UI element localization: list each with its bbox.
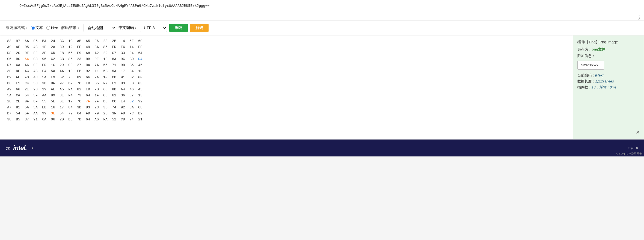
hex-cell: 14 — [119, 38, 126, 44]
hex-cell: D9 — [67, 81, 74, 87]
ad-label: 广告 — [628, 146, 634, 150]
right-panel: 插件【Png】Png Image 另存为：png文件 附加信息： Size:36… — [573, 35, 644, 139]
hex-cell: ED — [41, 62, 48, 68]
ad-dot — [32, 147, 33, 149]
hex-cell: B5 — [14, 117, 22, 123]
hex-cell: AA — [32, 111, 39, 117]
hex-cell: 23 — [76, 56, 83, 62]
hex-cell: 29 — [58, 62, 65, 68]
hex-cell: C2 — [128, 75, 135, 81]
hex-cell: B0 — [128, 56, 135, 62]
hex-cell: 2B — [111, 38, 118, 44]
hex-cell: 9C — [119, 56, 126, 62]
hex-cell: B5 — [128, 62, 135, 68]
data-length-row: 数据长度：1,213 Bytes — [577, 79, 639, 84]
hex-cell: DE — [67, 117, 74, 123]
hex-cell: 39 — [58, 44, 65, 50]
base64-textarea[interactable]: CwIscAeBFjgDwIkcAeJEjALzIEQBe5AgAL3IEgBc… — [0, 0, 644, 19]
hex-cell: CC — [111, 99, 118, 105]
bottom-bar: 云 intel. 广告 ✕ CSDN | 小荣学网安 — [0, 140, 644, 156]
hex-cell: B6 — [6, 81, 13, 87]
hex-cell: D7 — [6, 62, 13, 68]
utf-select[interactable]: UTF-8 GBK — [140, 24, 167, 32]
hex-cell: F8 — [58, 50, 65, 56]
hex-cell: 89 — [76, 75, 83, 81]
resize-handle[interactable]: ⟆ — [638, 15, 643, 19]
hex-cell: 92 — [137, 99, 144, 105]
hex-cell: 0F — [32, 62, 39, 68]
hex-cell: 45 — [137, 87, 144, 93]
table-row: D7545FAA993E547264FDF92B3FFDFCB2 — [6, 111, 567, 117]
hex-cell: 1D — [137, 68, 144, 74]
hex-cell: EE — [76, 44, 83, 50]
hex-cell: E9 — [76, 50, 83, 56]
hex-cell: 5A — [23, 105, 30, 111]
hex-cell: 3B — [102, 105, 109, 111]
hex-cell: 54 — [58, 111, 65, 117]
hex-cell: A4 — [119, 87, 126, 93]
hex-cell: 9F — [23, 50, 30, 56]
hex-cell: CD — [119, 117, 126, 123]
encoding-label: 当前编码： — [577, 73, 595, 77]
hex-cell: 19 — [41, 87, 48, 93]
hex-cell: 60 — [137, 38, 144, 44]
radio-hex-item[interactable]: Hex — [46, 26, 58, 30]
encode-button[interactable]: 编码 — [169, 24, 188, 32]
hex-cell: 54 — [14, 111, 22, 117]
hex-cell: 22 — [102, 50, 109, 56]
plugin-count-label: 插件数： — [577, 85, 592, 89]
radio-text-input[interactable] — [31, 26, 35, 30]
hex-cell: 64 — [84, 93, 91, 99]
hex-cell: 3E — [49, 111, 57, 117]
decode-select[interactable]: 自动检测 UTF-8 GBK — [84, 24, 116, 32]
intel-logo: intel. — [13, 144, 27, 152]
hex-cell: BF — [49, 81, 57, 87]
hex-cell: D3 — [84, 105, 91, 111]
hex-cell: 3F — [111, 111, 118, 117]
hex-cell: FA — [93, 75, 100, 81]
hex-cell: 83 — [6, 38, 13, 44]
close-panel-button[interactable]: ✕ — [636, 129, 640, 135]
plugin-count-value: 18 — [592, 85, 595, 89]
toolbar-row: 编码源格式： 文本 Hex 解码结果： 自动检测 UTF-8 GBK 中文编码：… — [0, 20, 644, 35]
hex-cell: 23 — [93, 105, 100, 111]
hex-cell: C2 — [49, 56, 57, 62]
hex-cell: C8 — [32, 56, 39, 62]
radio-hex-input[interactable] — [46, 26, 50, 30]
hex-cell: FA — [102, 117, 109, 123]
hex-cell: FB — [76, 68, 83, 74]
hex-cell: 68 — [102, 87, 109, 93]
hex-cell: 71 — [111, 62, 118, 68]
hex-cell: BA — [84, 62, 91, 68]
encoding-value: [Hex] — [595, 73, 603, 77]
ad-close-button[interactable]: ✕ — [635, 146, 639, 150]
decode-button[interactable]: 解码 — [190, 24, 209, 32]
radio-hex-label: Hex — [51, 26, 58, 30]
hex-cell: 7C — [76, 99, 83, 105]
hex-cell: 97 — [58, 81, 65, 87]
hex-cell: 3A — [93, 44, 100, 50]
hex-cell: ED — [128, 81, 135, 87]
cloud-icon: 云 — [5, 145, 10, 151]
hex-cell: CA — [14, 93, 22, 99]
table-row: D76AA60FED1C290F27BA7A55719DB546 — [6, 62, 567, 68]
hex-cell: C7 — [111, 50, 118, 56]
hex-cell: 17 — [67, 99, 74, 105]
hex-cell: 2D — [32, 87, 39, 93]
hex-cell: 1F — [93, 93, 100, 99]
radio-text-item[interactable]: 文本 — [31, 25, 43, 30]
hex-cell: 7D — [67, 75, 74, 81]
hex-cell: 4C — [32, 44, 39, 50]
hex-area: 83976AC6BA24BC1CABA5F6232B146F60A9AFD54C… — [0, 35, 573, 139]
hex-cell: D5 — [23, 44, 30, 50]
hex-cell: F6 — [119, 44, 126, 50]
hex-cell: F4 — [67, 93, 74, 99]
hex-cell: 85 — [102, 44, 109, 50]
hex-cell: BA — [41, 38, 48, 44]
hex-cell: C4 — [23, 81, 30, 87]
hex-cell: 3E — [58, 93, 65, 99]
hex-cell: 66 — [14, 87, 22, 93]
table-row: D82C9FFE3ECDF855E9A8A222C733946A — [6, 50, 567, 56]
hex-cell: E9 — [49, 75, 57, 81]
hex-cell: 11 — [93, 68, 100, 74]
